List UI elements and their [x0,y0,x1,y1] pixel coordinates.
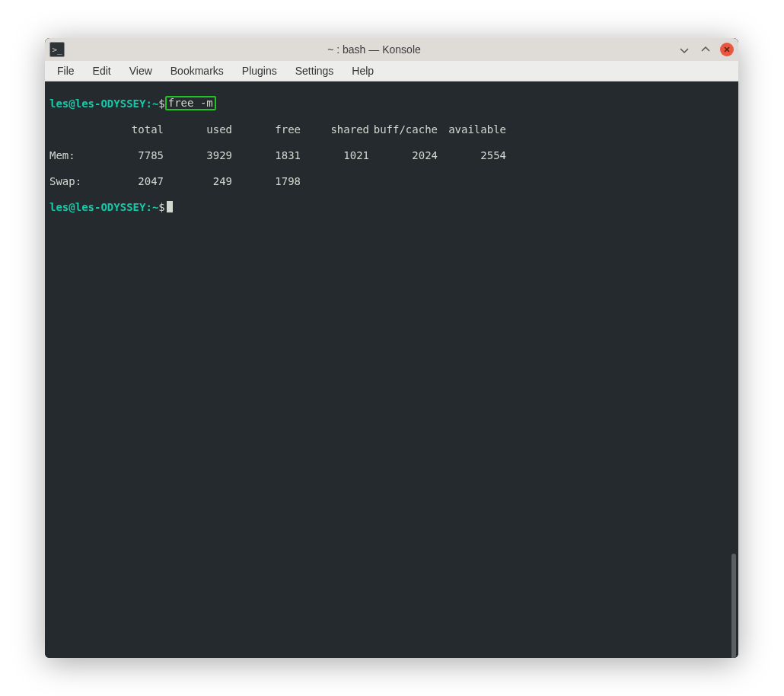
minimize-button[interactable] [677,43,691,56]
col-header-shared: shared [301,123,369,136]
prompt-user-host: les@les-ODYSSEY [49,97,145,110]
col-header-used: used [164,123,232,136]
row-label-mem: Mem: [49,149,95,162]
terminal-cursor [167,201,173,212]
menubar: File Edit View Bookmarks Plugins Setting… [45,61,738,81]
menu-edit[interactable]: Edit [84,62,120,79]
mem-free: 1831 [232,149,301,162]
swap-used: 249 [164,175,232,188]
konsole-window: >_ ~ : bash — Konsole File Edit View Boo… [45,38,738,658]
window-controls [677,43,734,56]
terminal-line-swap: Swap:20472491798 [49,175,734,188]
terminal-line-prompt2: les@les-ODYSSEY:~$ [49,201,734,214]
mem-total: 7785 [95,149,164,162]
swap-free: 1798 [232,175,301,188]
col-header-total: total [95,123,164,136]
mem-shared: 1021 [301,149,369,162]
close-icon [723,46,731,53]
maximize-button[interactable] [699,43,712,56]
titlebar[interactable]: >_ ~ : bash — Konsole [45,38,738,61]
mem-buffcache: 2024 [369,149,438,162]
row-label-swap: Swap: [49,175,95,188]
col-header-available: available [438,123,506,136]
col-header-free: free [232,123,301,136]
mem-available: 2554 [438,149,506,162]
menu-file[interactable]: File [48,62,84,79]
command-highlight: free -m [165,96,216,110]
col-header-buffcache: buff/cache [369,123,438,136]
swap-total: 2047 [95,175,164,188]
prompt-path: ~ [152,97,158,110]
terminal-area[interactable]: les@les-ODYSSEY:~$ free -m totalusedfree… [45,81,738,658]
prompt-symbol: $ [158,97,164,110]
menu-bookmarks[interactable]: Bookmarks [161,62,233,79]
menu-view[interactable]: View [120,62,161,79]
window-title: ~ : bash — Konsole [71,43,677,56]
terminal-scrollbar[interactable] [731,554,736,658]
close-button[interactable] [720,43,734,56]
terminal-line-mem: Mem:778539291831102120242554 [49,149,734,162]
terminal-line-prompt1: les@les-ODYSSEY:~$ free -m [49,97,734,110]
menu-help[interactable]: Help [343,62,383,79]
mem-used: 3929 [164,149,232,162]
terminal-line-headers: totalusedfreesharedbuff/cacheavailable [49,123,734,136]
menu-settings[interactable]: Settings [286,62,343,79]
terminal-app-icon: >_ [49,42,65,57]
menu-plugins[interactable]: Plugins [233,62,286,79]
